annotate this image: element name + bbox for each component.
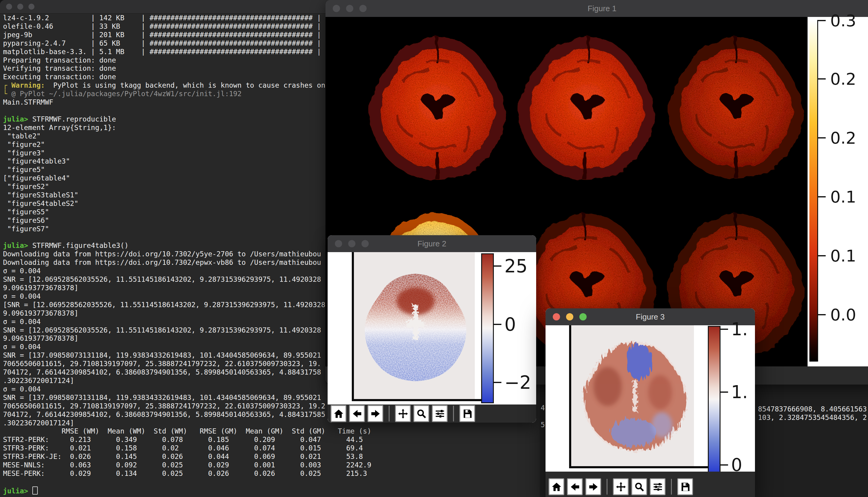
figure2-titlebar[interactable]: Figure 2 bbox=[328, 235, 536, 253]
colorbar-tick bbox=[720, 329, 728, 330]
save-icon bbox=[680, 482, 691, 492]
colorbar-tick bbox=[817, 255, 826, 256]
toolbar-separator bbox=[453, 406, 454, 422]
figure3-titlebar[interactable]: Figure 3 bbox=[546, 308, 755, 326]
colorbar-tick bbox=[493, 324, 502, 325]
figure2-left-spine bbox=[352, 252, 354, 401]
pan-icon bbox=[616, 482, 626, 492]
colorbar-tick-label: 0.1 bbox=[830, 246, 856, 266]
subplots-button[interactable] bbox=[432, 405, 448, 422]
zoom-button-icon[interactable] bbox=[28, 4, 34, 10]
zoom-icon bbox=[634, 482, 645, 492]
home-icon bbox=[551, 482, 562, 492]
minimize-button-icon[interactable] bbox=[17, 4, 23, 10]
colorbar-tick-label: 1. bbox=[731, 319, 748, 340]
colorbar-tick bbox=[817, 196, 826, 197]
back-button[interactable] bbox=[349, 405, 365, 422]
toolbar-separator bbox=[671, 479, 672, 495]
pan-button[interactable] bbox=[395, 405, 411, 422]
colorbar-tick-label: 0.1 bbox=[830, 187, 856, 207]
figure2-title: Figure 2 bbox=[328, 239, 536, 248]
background-terminal-sliver-text: 4 5 bbox=[541, 404, 545, 429]
window-controls bbox=[0, 4, 34, 10]
figure1-colorbar-area: 0.30.20.20.10.10.0 bbox=[808, 17, 868, 366]
close-button-icon[interactable] bbox=[6, 4, 12, 10]
zoom-button[interactable] bbox=[414, 405, 429, 422]
colorbar-tick-label: 25 bbox=[504, 255, 527, 276]
home-button[interactable] bbox=[331, 405, 346, 422]
figure1-titlebar[interactable]: Figure 1 bbox=[326, 0, 868, 17]
figure2-toolbar bbox=[328, 404, 536, 423]
subplots-button[interactable] bbox=[650, 478, 666, 495]
forward-icon bbox=[588, 482, 599, 492]
colorbar-tick-label: 0.2 bbox=[830, 70, 856, 88]
pan-icon bbox=[398, 409, 408, 419]
colorbar-tick bbox=[817, 314, 826, 315]
colorbar-tick-label: 1. bbox=[731, 382, 748, 402]
back-icon bbox=[570, 482, 580, 492]
zoom-icon bbox=[416, 409, 427, 419]
colorbar-tick-label: 0.0 bbox=[830, 306, 856, 324]
figure1-colorbar bbox=[809, 20, 818, 361]
colorbar-tick bbox=[720, 392, 728, 393]
figure2-window: Figure 2 250−2 bbox=[328, 235, 536, 423]
terminal-cursor bbox=[32, 486, 38, 495]
colorbar-tick-label: 0.3 bbox=[830, 11, 856, 30]
figure3-bottom-spine bbox=[569, 466, 709, 468]
figure3-left-spine bbox=[569, 325, 571, 468]
home-icon bbox=[333, 409, 344, 419]
bg-term-line2: 103, 2.3284753545484356, 2 bbox=[758, 414, 867, 422]
figure3-canvas[interactable]: 1.1.0 bbox=[546, 325, 755, 472]
save-button[interactable] bbox=[677, 478, 693, 495]
colorbar-tick bbox=[817, 137, 826, 139]
figure2-bottom-spine bbox=[352, 399, 488, 401]
save-icon bbox=[462, 409, 473, 419]
colorbar-tick bbox=[493, 382, 502, 383]
back-icon bbox=[352, 409, 362, 419]
figure2-brain-image bbox=[354, 252, 475, 399]
figure3-title: Figure 3 bbox=[546, 312, 755, 322]
colorbar-tick bbox=[720, 464, 728, 466]
figure1-title: Figure 1 bbox=[326, 4, 868, 13]
figure3-brain-image bbox=[571, 325, 694, 466]
subplots-icon bbox=[652, 482, 663, 492]
home-button[interactable] bbox=[549, 478, 564, 495]
subplots-icon bbox=[435, 409, 445, 419]
bg-term-line1: 8547837666908, 8.405661563 bbox=[758, 405, 867, 413]
colorbar-tick bbox=[493, 266, 502, 267]
figure3-window: Figure 3 1.1.0 bbox=[546, 308, 755, 497]
figure2-colorbar bbox=[481, 253, 494, 403]
background-terminal-text: 8547837666908, 8.405661563 103, 2.328475… bbox=[758, 405, 867, 422]
colorbar-tick-label: 0.2 bbox=[830, 128, 856, 147]
colorbar-tick-label: 0 bbox=[504, 314, 516, 335]
forward-button[interactable] bbox=[367, 405, 383, 422]
forward-button[interactable] bbox=[585, 478, 601, 495]
toolbar-separator bbox=[389, 406, 390, 422]
zoom-button[interactable] bbox=[631, 478, 647, 495]
save-button[interactable] bbox=[459, 405, 475, 422]
colorbar-tick bbox=[817, 78, 826, 80]
back-button[interactable] bbox=[567, 478, 583, 495]
figure3-colorbar bbox=[708, 326, 721, 473]
desktop: lz4-c-1.9.2 | 142 KB | #################… bbox=[0, 0, 868, 497]
colorbar-tick-label: −2 bbox=[504, 372, 531, 393]
forward-icon bbox=[370, 409, 381, 419]
figure3-toolbar bbox=[546, 472, 755, 497]
toolbar-separator bbox=[607, 479, 607, 495]
figure2-canvas[interactable]: 250−2 bbox=[328, 252, 536, 404]
pan-button[interactable] bbox=[613, 478, 628, 495]
colorbar-tick bbox=[817, 20, 826, 21]
